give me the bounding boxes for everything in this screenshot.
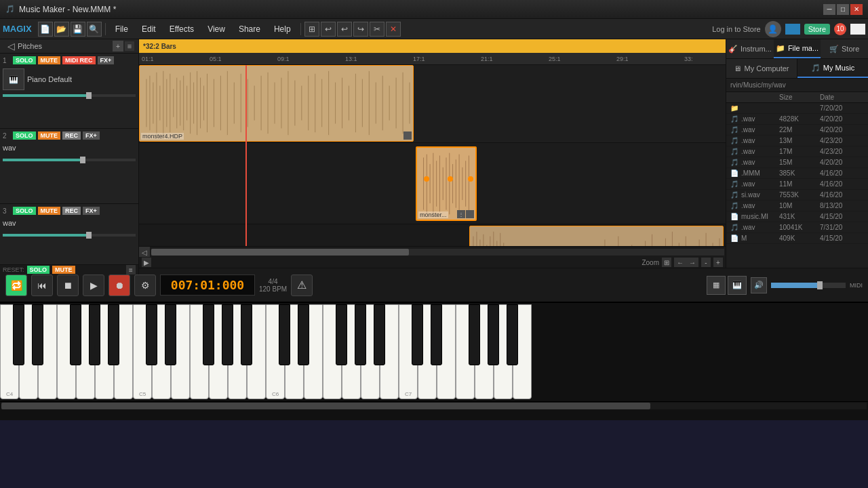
menu-view[interactable]: View	[201, 22, 232, 37]
zoom-plus-button[interactable]: +	[713, 258, 723, 267]
scroll-left-button[interactable]: ◁	[139, 247, 150, 258]
nav-left-button[interactable]: ←	[674, 258, 686, 267]
track-1-fx-button[interactable]: FX+	[98, 56, 115, 64]
piano-roll-button[interactable]: 🎹	[728, 276, 747, 295]
save-icon[interactable]: 💾	[71, 22, 85, 37]
instrum-tab[interactable]: 🎸 Instrum...	[726, 39, 774, 58]
reset-mute-button[interactable]: MUTE	[52, 266, 75, 274]
menu-file[interactable]: File	[108, 22, 135, 37]
open-file-icon[interactable]: 📂	[54, 22, 69, 37]
file-row-7[interactable]: 🎵 .wav 11M 4/16/20	[726, 179, 868, 190]
timeline-bar[interactable]: *32:2 Bars	[139, 39, 726, 53]
key-as6[interactable]	[374, 304, 385, 365]
key-gs5[interactable]	[222, 304, 233, 365]
key-as4[interactable]	[108, 304, 119, 365]
tracks-menu-icon[interactable]: ≡	[126, 265, 136, 274]
search-icon[interactable]: 🔍	[87, 22, 102, 37]
cut-icon[interactable]: ✂	[370, 22, 384, 37]
key-gs4[interactable]	[89, 304, 100, 365]
key-fs5[interactable]	[203, 304, 214, 365]
key-ds6[interactable]	[298, 304, 309, 365]
key-as5[interactable]	[241, 304, 252, 365]
menu-edit[interactable]: Edit	[135, 22, 163, 37]
envelope-point-3[interactable]	[468, 176, 473, 182]
track-1-vol-thumb[interactable]	[86, 92, 92, 99]
key-ds4[interactable]	[32, 304, 43, 365]
close-button[interactable]: ✕	[850, 4, 863, 15]
record-button[interactable]: ⏺	[108, 274, 130, 296]
file-row-10[interactable]: 📄 music.MI 431K 4/15/20	[726, 211, 868, 222]
stop-button[interactable]: ⏹	[57, 274, 79, 296]
track-1-instrument-icon[interactable]: 🎹	[3, 68, 24, 90]
redo-icon[interactable]: ↪	[353, 22, 368, 37]
tool1-icon[interactable]: ⊞	[304, 22, 319, 37]
track-3-solo-button[interactable]: SOLO	[13, 207, 36, 215]
track-3-vol-thumb[interactable]	[86, 232, 92, 239]
piano-scroll-thumb[interactable]	[1, 403, 650, 409]
file-row-2[interactable]: 🎵 .wav 22M 4/20/20	[726, 125, 868, 136]
my-computer-button[interactable]: 🖥 My Computer	[726, 59, 797, 78]
file-row-12[interactable]: 📄 M 409K 4/15/20	[726, 233, 868, 244]
track-3-volume[interactable]	[3, 234, 136, 237]
log-in-label[interactable]: Log in to Store	[712, 25, 761, 33]
reset-solo-button[interactable]: SOLO	[27, 266, 50, 274]
file-row-6[interactable]: 📄 .MMM 385K 4/16/20	[726, 168, 868, 179]
file-row-11[interactable]: 🎵 .wav 10041K 7/31/20	[726, 222, 868, 233]
file-row-4[interactable]: 🎵 .wav 17M 4/23/20	[726, 146, 868, 157]
track-1-volume[interactable]	[3, 94, 136, 97]
close-x-icon[interactable]: ✕	[386, 22, 401, 37]
new-file-icon[interactable]: 📄	[38, 22, 53, 37]
track-1-solo-button[interactable]: SOLO	[13, 56, 36, 64]
file-row-3[interactable]: 🎵 .wav 13M 4/23/20	[726, 136, 868, 146]
minimize-button[interactable]: ─	[823, 4, 835, 15]
key-ds5[interactable]	[165, 304, 176, 365]
track-1-mute-button[interactable]: MUTE	[38, 56, 61, 64]
track-1-midi-rec-button[interactable]: MIDI REC	[62, 56, 96, 64]
h-scrollbar[interactable]	[151, 249, 724, 256]
rewind-button[interactable]: ⏮	[31, 274, 53, 296]
metronome-button[interactable]: ⚙	[134, 274, 156, 296]
back-icon[interactable]: ◁	[4, 39, 18, 53]
track-3-fx-button[interactable]: FX+	[83, 207, 100, 215]
store-tab[interactable]: 🛒 Store	[821, 39, 868, 58]
key-cs4[interactable]	[13, 304, 24, 365]
volume-icon[interactable]: 🔊	[751, 277, 767, 293]
menu-share[interactable]: Share	[232, 22, 267, 37]
zoom-fit-button[interactable]: ⊞	[662, 258, 671, 267]
undo-icon[interactable]: ↩	[321, 22, 336, 37]
user-icon[interactable]: 👤	[765, 21, 781, 37]
add-track-button[interactable]: +	[113, 41, 123, 52]
track-3-mute-button[interactable]: MUTE	[38, 207, 61, 215]
envelope-point-1[interactable]	[424, 176, 429, 182]
play-icon[interactable]: ▶	[142, 258, 151, 267]
key-fs6[interactable]	[336, 304, 347, 365]
key-cs6[interactable]	[279, 304, 290, 365]
clip-2-menu-icon[interactable]: ⋮	[457, 210, 465, 218]
key-gs6[interactable]	[355, 304, 366, 365]
warning-button[interactable]: ⚠	[291, 274, 313, 296]
zoom-minus-button[interactable]: -	[701, 258, 711, 267]
nav-right-button[interactable]: →	[686, 258, 698, 267]
file-row-9[interactable]: 🎵 .wav 10M 8/13/20	[726, 201, 868, 211]
store-badge[interactable]: Store	[804, 24, 830, 35]
clip-2[interactable]: monster... ⋮	[416, 146, 477, 221]
key-ds7[interactable]	[431, 304, 442, 365]
file-row-1[interactable]: 🎵 .wav 4828K 4/20/20	[726, 114, 868, 125]
key-gs7[interactable]	[488, 304, 499, 365]
key-fs4[interactable]	[70, 304, 81, 365]
maximize-button[interactable]: □	[837, 4, 849, 15]
track-2-vol-thumb[interactable]	[80, 157, 85, 163]
ruler[interactable]: 01:1 05:1 09:1 13:1 17:1 21:1 25:1 29:1 …	[139, 53, 726, 65]
white-rect[interactable]	[850, 24, 865, 35]
key-as7[interactable]	[507, 304, 518, 365]
envelope-point-2[interactable]	[448, 176, 453, 182]
master-volume-thumb[interactable]	[817, 281, 823, 289]
menu-help[interactable]: Help	[267, 22, 298, 37]
clip-1[interactable]: monster4.HDP	[139, 65, 414, 142]
undo2-icon[interactable]: ↩	[337, 22, 352, 37]
piano-scroll-track[interactable]	[1, 403, 867, 409]
track-2-solo-button[interactable]: SOLO	[13, 131, 36, 140]
key-fs7[interactable]	[469, 304, 480, 365]
grid-view-button[interactable]: ▦	[707, 276, 726, 295]
clip-2-resize-icon[interactable]	[466, 210, 474, 218]
